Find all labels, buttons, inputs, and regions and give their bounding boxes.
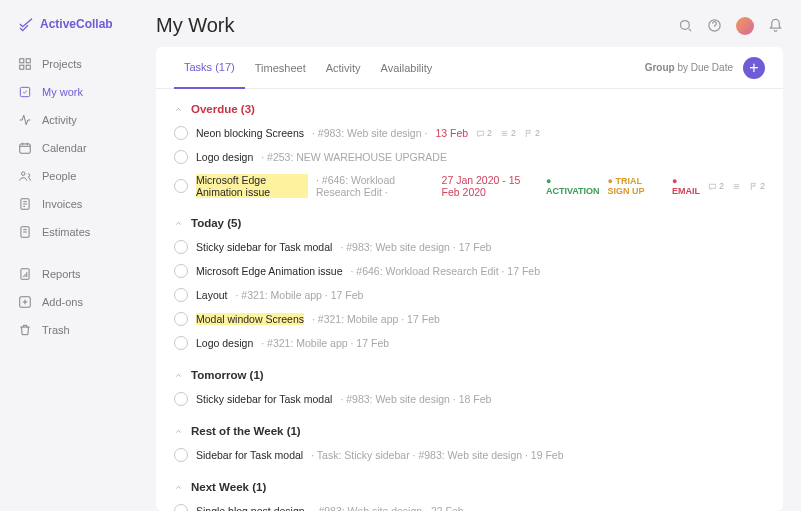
task-row[interactable]: Logo design · #253: NEW WAREHOUSE UPGRAD… (174, 145, 765, 169)
group-title: Overdue (3) (191, 103, 255, 115)
task-label: ● TRIAL SIGN UP (608, 176, 664, 196)
tab-activity[interactable]: Activity (316, 48, 371, 88)
sidebar-item-label: Activity (42, 114, 77, 126)
task-meta: · #983: Web site design · 18 Feb (340, 393, 491, 405)
group-header[interactable]: Overdue (3) (174, 89, 765, 121)
sidebar-item-add-ons[interactable]: Add-ons (0, 288, 142, 316)
group-title: Tomorrow (1) (191, 369, 264, 381)
chevron-icon (174, 105, 183, 114)
panel: Tasks (17) Timesheet Activity Availabili… (156, 47, 783, 511)
brand-text: ActiveCollab (40, 17, 113, 31)
task-meta: · #321: Mobile app · 17 Feb (312, 313, 440, 325)
add-ons-icon (18, 295, 32, 309)
task-date: 13 Feb (435, 127, 468, 139)
sidebar-item-calendar[interactable]: Calendar (0, 134, 142, 162)
group-title: Rest of the Week (1) (191, 425, 301, 437)
group-header[interactable]: Today (5) (174, 203, 765, 235)
task-checkbox[interactable] (174, 126, 188, 140)
task-name: Logo design (196, 337, 253, 349)
task-row[interactable]: Modal window Screens · #321: Mobile app … (174, 307, 765, 331)
task-row[interactable]: Layout · #321: Mobile app · 17 Feb (174, 283, 765, 307)
task-meta: · #253: NEW WAREHOUSE UPGRADE (261, 151, 447, 163)
task-row[interactable]: Sidebar for Task modal · Task: Sticky si… (174, 443, 765, 467)
brand-icon (18, 16, 34, 32)
sidebar-item-label: People (42, 170, 76, 182)
task-row[interactable]: Sticky sidebar for Task modal · #983: We… (174, 387, 765, 411)
task-checkbox[interactable] (174, 264, 188, 278)
sidebar-item-my work[interactable]: My work (0, 78, 142, 106)
reports-icon (18, 267, 32, 281)
task-checkbox[interactable] (174, 288, 188, 302)
activity-icon (18, 113, 32, 127)
sidebar-item-label: Reports (42, 268, 81, 280)
task-name: Neon blocking Screens (196, 127, 304, 139)
sidebar-item-people[interactable]: People (0, 162, 142, 190)
group-by[interactable]: Group by Due Date (645, 62, 733, 73)
task-checkbox[interactable] (174, 336, 188, 350)
task-row[interactable]: Logo design · #321: Mobile app · 17 Feb (174, 331, 765, 355)
tabs: Tasks (17) Timesheet Activity Availabili… (156, 47, 783, 89)
task-name: Logo design (196, 151, 253, 163)
tab-availability[interactable]: Availability (371, 48, 443, 88)
task-meta: · #646: Workload Research Edit · (316, 174, 434, 198)
task-checkbox[interactable] (174, 504, 188, 511)
task-checkbox[interactable] (174, 179, 188, 193)
chat-icon: 2 (708, 181, 724, 191)
group-header[interactable]: Rest of the Week (1) (174, 411, 765, 443)
task-meta: · #646: Workload Research Edit · 17 Feb (351, 265, 541, 277)
task-row[interactable]: Sticky sidebar for Task modal · #983: We… (174, 235, 765, 259)
sidebar-item-estimates[interactable]: Estimates (0, 218, 142, 246)
task-meta: · #983: Web site design · 17 Feb (340, 241, 491, 253)
task-meta: · Task: Sticky sidebar · #983: Web site … (311, 449, 563, 461)
svg-rect-3 (26, 65, 30, 69)
tab-timesheet[interactable]: Timesheet (245, 48, 316, 88)
task-name: Layout (196, 289, 228, 301)
task-row[interactable]: Microsoft Edge Animation issue · #646: W… (174, 259, 765, 283)
list-icon: 2 (500, 128, 516, 138)
task-checkbox[interactable] (174, 150, 188, 164)
svg-rect-0 (20, 59, 24, 63)
sidebar-item-label: Calendar (42, 142, 87, 154)
sidebar-item-label: Projects (42, 58, 82, 70)
task-checkbox[interactable] (174, 392, 188, 406)
chevron-icon (174, 483, 183, 492)
search-icon[interactable] (678, 18, 693, 33)
bell-icon[interactable] (768, 18, 783, 33)
svg-rect-2 (20, 65, 24, 69)
task-checkbox[interactable] (174, 312, 188, 326)
chevron-icon (174, 371, 183, 380)
task-row[interactable]: Neon blocking Screens · #983: Web site d… (174, 121, 765, 145)
brand[interactable]: ActiveCollab (0, 16, 142, 50)
svg-point-11 (681, 21, 690, 30)
group-title: Next Week (1) (191, 481, 266, 493)
task-name: Modal window Screens (196, 313, 304, 325)
sidebar-item-projects[interactable]: Projects (0, 50, 142, 78)
task-checkbox[interactable] (174, 240, 188, 254)
group-title: Today (5) (191, 217, 241, 229)
task-meta: · #321: Mobile app · 17 Feb (261, 337, 389, 349)
task-checkbox[interactable] (174, 448, 188, 462)
sidebar-item-reports[interactable]: Reports (0, 260, 142, 288)
sidebar-item-label: Invoices (42, 198, 82, 210)
task-row[interactable]: Microsoft Edge Animation issue · #646: W… (174, 169, 765, 203)
task-group: Rest of the Week (1) Sidebar for Task mo… (156, 411, 783, 467)
help-icon[interactable] (707, 18, 722, 33)
sidebar-item-trash[interactable]: Trash (0, 316, 142, 344)
chevron-icon (174, 219, 183, 228)
sidebar-item-invoices[interactable]: Invoices (0, 190, 142, 218)
tab-tasks[interactable]: Tasks (17) (174, 47, 245, 89)
chevron-icon (174, 427, 183, 436)
sidebar-item-activity[interactable]: Activity (0, 106, 142, 134)
avatar[interactable] (736, 17, 754, 35)
header: My Work (156, 14, 783, 37)
task-row[interactable]: Single blog post design · #983: Web site… (174, 499, 765, 511)
group-header[interactable]: Tomorrow (1) (174, 355, 765, 387)
task-group: Tomorrow (1) Sticky sidebar for Task mod… (156, 355, 783, 411)
sidebar-item-label: Estimates (42, 226, 90, 238)
invoices-icon (18, 197, 32, 211)
task-group: Next Week (1) Single blog post design · … (156, 467, 783, 511)
header-actions (678, 17, 783, 35)
group-header[interactable]: Next Week (1) (174, 467, 765, 499)
task-name: Sticky sidebar for Task modal (196, 393, 332, 405)
add-button[interactable]: + (743, 57, 765, 79)
